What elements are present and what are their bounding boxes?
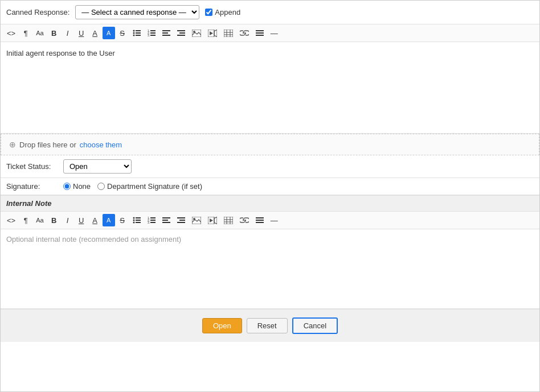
svg-rect-5 — [136, 35, 141, 36]
svg-text:3.: 3. — [148, 34, 150, 36]
signature-label: Signature: — [6, 182, 58, 191]
link-btn[interactable] — [237, 27, 252, 39]
hr-btn[interactable]: — — [268, 27, 281, 39]
note-align-left-btn[interactable] — [159, 214, 173, 226]
note-ul-btn[interactable] — [130, 214, 144, 226]
editor1-toolbar: <> ¶ Aa B I U A A S 1.2.3. — [1, 24, 539, 42]
signature-row: Signature: None Department Signature (if… — [1, 178, 539, 195]
canned-response-select[interactable]: — Select a canned response — — [75, 5, 199, 19]
append-label: Append — [205, 8, 240, 16]
italic-btn[interactable]: I — [62, 27, 74, 39]
font-bg-btn[interactable]: A — [103, 27, 115, 39]
svg-rect-37 — [136, 222, 141, 223]
align-right-btn[interactable] — [174, 27, 188, 39]
svg-rect-33 — [136, 217, 141, 218]
signature-none-radio[interactable] — [63, 183, 71, 190]
svg-marker-22 — [210, 31, 213, 35]
note-justify-btn[interactable] — [253, 214, 267, 226]
note-table-btn[interactable] — [221, 214, 236, 226]
editor2-placeholder: Optional internal note (recommended on a… — [6, 235, 181, 244]
ticket-status-label: Ticket Status: — [6, 162, 58, 171]
svg-rect-46 — [162, 222, 170, 223]
canned-response-row: Canned Response: — Select a canned respo… — [1, 1, 539, 24]
code-btn[interactable]: <> — [4, 27, 18, 39]
svg-rect-48 — [179, 220, 185, 221]
svg-rect-17 — [177, 35, 185, 36]
svg-rect-15 — [177, 30, 185, 31]
reset-button[interactable]: Reset — [247, 318, 288, 333]
svg-rect-31 — [256, 35, 264, 36]
open-button[interactable]: Open — [202, 318, 242, 333]
svg-point-36 — [133, 222, 134, 224]
signature-dept-radio[interactable] — [97, 183, 105, 190]
svg-rect-14 — [162, 35, 170, 36]
modal-container: Canned Response: — Select a canned respo… — [0, 0, 540, 392]
font-color-btn[interactable]: A — [89, 27, 101, 39]
svg-rect-63 — [256, 222, 264, 223]
svg-rect-30 — [256, 32, 264, 34]
font-size-btn[interactable]: Aa — [33, 27, 46, 39]
svg-rect-29 — [256, 30, 264, 31]
signature-none-label: None — [63, 182, 91, 191]
note-font-size-btn[interactable]: Aa — [33, 214, 46, 226]
svg-rect-11 — [150, 35, 156, 36]
svg-rect-3 — [136, 32, 141, 34]
note-strikethrough-btn[interactable]: S — [116, 214, 129, 226]
bold-btn[interactable]: B — [48, 27, 60, 39]
drop-zone: ⊕ Drop files here or choose them — [1, 134, 539, 155]
svg-rect-35 — [136, 220, 141, 221]
editor2-content[interactable]: Optional internal note (recommended on a… — [1, 229, 539, 309]
signature-dept-text: Department Signature (if set) — [107, 182, 202, 191]
note-paragraph-btn[interactable]: ¶ — [19, 214, 32, 226]
ticket-status-select[interactable]: Open Pending Resolved Closed — [63, 159, 132, 174]
note-hr-btn[interactable]: — — [268, 214, 281, 226]
note-link-btn[interactable] — [237, 214, 252, 226]
svg-rect-16 — [179, 32, 185, 34]
editor1-content[interactable]: Initial agent response to the User — [1, 42, 539, 133]
svg-rect-41 — [150, 220, 156, 221]
note-font-bg-btn[interactable]: A — [103, 214, 115, 226]
unordered-list-btn[interactable] — [130, 27, 144, 39]
choose-files-link[interactable]: choose them — [80, 141, 122, 149]
editor2-toolbar: <> ¶ Aa B I U A A S 1.2.3. — [1, 212, 539, 229]
modal-footer: Open Reset Cancel — [1, 309, 539, 342]
note-video-btn[interactable] — [205, 214, 220, 226]
append-text: Append — [215, 8, 240, 16]
note-underline-btn[interactable]: U — [75, 214, 88, 226]
justify-btn[interactable] — [253, 27, 267, 39]
svg-rect-12 — [162, 30, 170, 31]
note-ol-btn[interactable]: 1.2.3. — [145, 214, 158, 226]
svg-marker-53 — [214, 217, 217, 224]
ordered-list-btn[interactable]: 1.2.3. — [145, 27, 158, 39]
svg-rect-55 — [224, 217, 233, 224]
svg-point-34 — [133, 220, 134, 221]
drop-zone-text: Drop files here or — [19, 141, 76, 149]
paragraph-btn[interactable]: ¶ — [19, 27, 32, 39]
note-code-btn[interactable]: <> — [4, 214, 18, 226]
svg-rect-44 — [162, 217, 170, 218]
append-checkbox[interactable] — [205, 9, 212, 16]
note-font-color-btn[interactable]: A — [89, 214, 101, 226]
svg-rect-1 — [136, 30, 141, 31]
editor1-container: Initial agent response to the User — [1, 42, 539, 134]
table-btn[interactable] — [221, 27, 236, 39]
svg-rect-13 — [162, 32, 168, 34]
svg-rect-7 — [150, 30, 156, 31]
note-align-right-btn[interactable] — [174, 214, 188, 226]
svg-marker-21 — [214, 30, 217, 37]
signature-none-text: None — [73, 182, 91, 191]
align-left-btn[interactable] — [159, 27, 173, 39]
upload-icon: ⊕ — [9, 140, 16, 149]
note-image-btn[interactable] — [189, 214, 204, 226]
svg-point-2 — [133, 32, 134, 34]
note-bold-btn[interactable]: B — [48, 214, 60, 226]
note-italic-btn[interactable]: I — [62, 214, 74, 226]
underline-btn[interactable]: U — [75, 27, 88, 39]
video-btn[interactable] — [205, 27, 220, 39]
signature-radio-group: None Department Signature (if set) — [63, 182, 202, 191]
cancel-button[interactable]: Cancel — [292, 317, 338, 334]
svg-rect-62 — [256, 220, 264, 221]
image-btn[interactable] — [189, 27, 204, 39]
strikethrough-btn[interactable]: S — [116, 27, 129, 39]
svg-point-0 — [133, 30, 134, 32]
